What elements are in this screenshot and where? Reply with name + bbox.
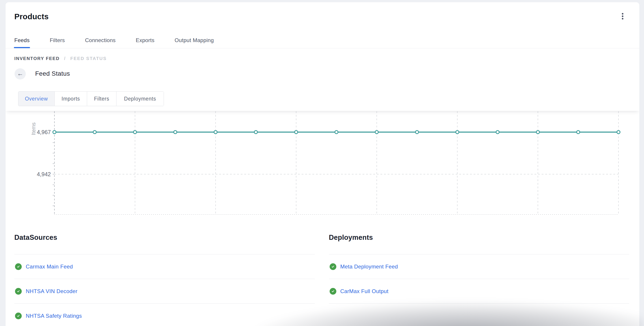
data-point-marker[interactable] [93, 130, 96, 134]
items-line-chart: 4,9674,942Items [6, 111, 639, 220]
status-ok-icon [330, 263, 336, 270]
primary-tabbar: Feeds Filters Connections Exports Output… [6, 32, 639, 48]
data-point-marker[interactable] [254, 130, 258, 134]
data-point-marker[interactable] [134, 130, 136, 134]
data-point-marker[interactable] [53, 130, 56, 134]
data-point-marker[interactable] [375, 130, 378, 134]
tab-exports[interactable]: Exports [136, 32, 154, 48]
data-point-marker[interactable] [174, 130, 177, 134]
data-point-marker[interactable] [617, 130, 620, 134]
back-button[interactable]: ← [14, 68, 26, 80]
data-point-marker[interactable] [214, 130, 217, 134]
main-panel: Products Feeds Filters Connections Expor… [6, 2, 639, 326]
deployments-section: Deployments Meta Deployment Feed CarMax … [329, 234, 630, 326]
kebab-dot [622, 16, 624, 17]
subtab-overview[interactable]: Overview [18, 92, 54, 106]
feed-status-subtabs: Overview Imports Filters Deployments [18, 91, 164, 106]
kebab-dot [622, 13, 624, 14]
datasource-link-nhtsa-vin-decoder[interactable]: NHTSA VIN Decoder [26, 288, 78, 294]
status-ok-icon [15, 288, 22, 295]
tab-connections[interactable]: Connections [85, 32, 116, 48]
datasource-link-carmax-main-feed[interactable]: Carmax Main Feed [26, 264, 73, 270]
arrow-left-icon: ← [17, 70, 23, 77]
deployments-heading: Deployments [329, 234, 630, 254]
data-point-marker[interactable] [536, 130, 540, 134]
page-title: Products [14, 12, 48, 21]
data-point-marker[interactable] [416, 130, 418, 134]
tab-filters[interactable]: Filters [50, 32, 65, 48]
data-point-marker[interactable] [295, 130, 298, 134]
y-axis-label: Items [31, 122, 36, 135]
breadcrumb-inventory-feed[interactable]: INVENTORY FEED [14, 56, 60, 61]
status-sections: DataSources Carmax Main Feed NHTSA VIN D… [6, 234, 639, 326]
y-tick-label: 4,942 [37, 171, 51, 177]
kebab-dot [622, 18, 624, 20]
datasource-link-nhtsa-safety-ratings[interactable]: NHTSA Safety Ratings [26, 313, 82, 319]
tab-feeds[interactable]: Feeds [14, 32, 30, 48]
feed-status-title: Feed Status [35, 70, 70, 77]
subtab-deployments[interactable]: Deployments [116, 92, 164, 106]
items-line-chart-canvas: 4,9674,942Items [6, 111, 639, 220]
subtab-imports[interactable]: Imports [54, 92, 87, 106]
data-point-marker[interactable] [456, 130, 459, 134]
list-item: Meta Deployment Feed [329, 254, 630, 279]
breadcrumb-separator: / [64, 56, 66, 61]
data-point-marker[interactable] [335, 130, 338, 134]
list-item: CarMax Full Output [329, 279, 630, 304]
breadcrumb-feed-status: FEED STATUS [70, 56, 106, 61]
list-item: Carmax Main Feed [14, 254, 315, 279]
y-tick-label: 4,967 [37, 129, 51, 135]
data-point-marker[interactable] [576, 130, 580, 134]
deployment-link-meta-deployment-feed[interactable]: Meta Deployment Feed [340, 264, 398, 270]
datasources-section: DataSources Carmax Main Feed NHTSA VIN D… [14, 234, 315, 326]
list-item: NHTSA Safety Ratings [14, 304, 315, 326]
tab-output-mapping[interactable]: Output Mapping [175, 32, 214, 48]
kebab-menu-button[interactable] [619, 12, 626, 20]
list-item: NHTSA VIN Decoder [14, 279, 315, 304]
datasources-heading: DataSources [14, 234, 315, 254]
breadcrumb: INVENTORY FEED / FEED STATUS [14, 56, 106, 61]
status-ok-icon [15, 263, 22, 270]
data-point-marker[interactable] [496, 130, 499, 134]
status-ok-icon [15, 312, 22, 319]
status-ok-icon [330, 288, 336, 295]
deployment-link-carmax-full-output[interactable]: CarMax Full Output [340, 288, 388, 294]
subtab-filters[interactable]: Filters [87, 92, 116, 106]
page-header: Products Feeds Filters Connections Expor… [6, 2, 639, 111]
